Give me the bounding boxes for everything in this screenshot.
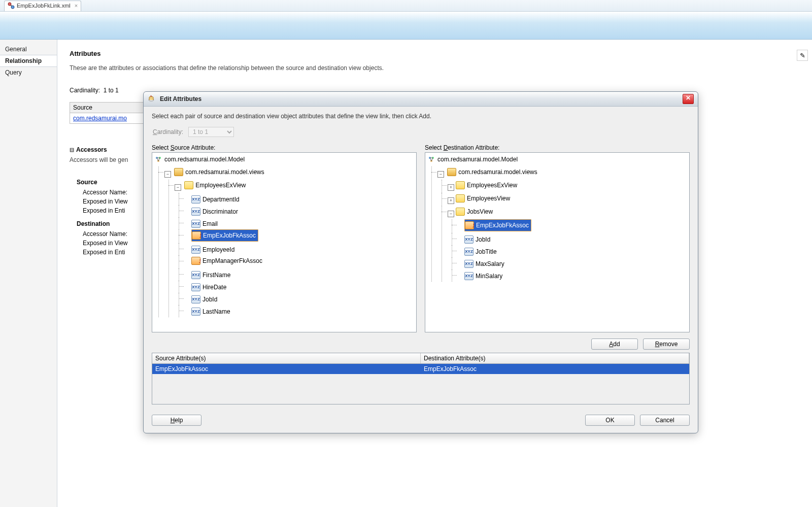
- svg-line-2: [11, 5, 12, 6]
- tree-attr[interactable]: XYZLastName: [191, 306, 232, 317]
- tree-node-label: com.redsamurai.model.views: [458, 166, 537, 178]
- source-tree-caption: Select Source Attribute:: [152, 144, 417, 151]
- tree-node-label: JobsView: [467, 206, 493, 217]
- assoc-icon: [192, 231, 201, 240]
- tree-node-label: EmpManagerFkAssoc: [202, 255, 262, 266]
- tree-model-root[interactable]: com.redsamurai.model.Model: [427, 154, 520, 165]
- attr-icon: XYZ: [191, 195, 200, 204]
- attr-icon: XYZ: [464, 260, 473, 268]
- ok-button[interactable]: OK: [585, 415, 635, 426]
- source-attr-column-header: Source Attribute(s): [152, 353, 421, 363]
- dialog-title: Edit Attributes: [160, 95, 201, 103]
- tree-attr[interactable]: XYZDiscriminator: [191, 206, 240, 217]
- attr-icon: XYZ: [464, 248, 473, 256]
- side-tab-query[interactable]: Query: [0, 67, 57, 78]
- model-icon: [427, 156, 435, 163]
- close-tab-icon[interactable]: ×: [75, 3, 78, 9]
- tree-view[interactable]: EmployeesExView: [456, 180, 519, 191]
- view-icon: [456, 208, 465, 216]
- tree-node-label: JobId: [202, 294, 217, 305]
- tree-model-root[interactable]: com.redsamurai.model.Model: [154, 154, 247, 165]
- dialog-cardinality-label: Cardinality:: [153, 128, 183, 136]
- expand-toggle[interactable]: −: [164, 171, 171, 178]
- tree-node-label: DepartmentId: [202, 194, 240, 205]
- toolbar-band: [0, 12, 812, 40]
- cardinality-select[interactable]: 1 to 1: [188, 127, 234, 137]
- tree-node-label: LastName: [202, 306, 230, 317]
- tree-node-label: EmployeesExView: [195, 180, 246, 191]
- source-view-link[interactable]: com.redsamurai.mo: [73, 115, 127, 122]
- tree-package[interactable]: com.redsamurai.model.views: [174, 166, 266, 178]
- tree-node-label: JobTitle: [476, 246, 497, 257]
- package-icon: [174, 168, 183, 176]
- tree-attr[interactable]: EmpExJobFkAssoc: [191, 229, 258, 242]
- tree-node-label: Discriminator: [202, 206, 238, 217]
- tree-node-label: com.redsamurai.model.views: [185, 166, 264, 178]
- dest-tree-caption: Select Destination Attribute:: [425, 144, 690, 151]
- tree-attr[interactable]: XYZEmployeeId: [191, 244, 236, 255]
- tree-node-label: MaxSalary: [476, 258, 504, 269]
- tree-package[interactable]: com.redsamurai.model.views: [447, 166, 539, 178]
- edit-attributes-button[interactable]: ✎: [797, 50, 808, 61]
- tree-attr[interactable]: XYZMinSalary: [464, 271, 504, 282]
- source-attribute-tree[interactable]: com.redsamurai.model.Model − com.redsamu…: [152, 152, 417, 332]
- dialog-close-button[interactable]: ✕: [683, 94, 694, 104]
- expand-toggle[interactable]: +: [448, 197, 454, 204]
- tree-attr[interactable]: XYZFirstName: [191, 269, 232, 281]
- assoc-icon: [191, 257, 200, 265]
- tree-attr[interactable]: XYZJobTitle: [464, 246, 499, 257]
- help-button[interactable]: Help: [152, 415, 201, 426]
- section-desc: These are the attributes or associations…: [70, 64, 800, 72]
- attr-icon: XYZ: [191, 283, 200, 291]
- remove-button[interactable]: Remove: [643, 339, 690, 350]
- dest-attribute-tree[interactable]: com.redsamurai.model.Model − com.redsamu…: [425, 152, 690, 332]
- tree-attr[interactable]: EmpManagerFkAssoc: [191, 255, 264, 266]
- expand-toggle[interactable]: −: [175, 184, 181, 191]
- tree-node-label: FirstName: [202, 269, 230, 281]
- file-tab-label: EmpExJobFkLink.xml: [17, 3, 71, 9]
- tree-view[interactable]: EmployeesView: [456, 193, 512, 204]
- tree-node-label: HireDate: [202, 282, 226, 293]
- attribute-pair-table[interactable]: Source Attribute(s) Destination Attribut…: [152, 353, 690, 404]
- file-tab[interactable]: EmpExJobFkLink.xml ×: [4, 1, 81, 11]
- viewlink-icon: [8, 2, 15, 9]
- attribute-pair-row[interactable]: EmpExJobFkAssoc EmpExJobFkAssoc: [152, 364, 689, 374]
- tree-view[interactable]: EmployeesExView: [184, 180, 248, 191]
- attr-icon: XYZ: [191, 208, 200, 216]
- dialog-titlebar[interactable]: Edit Attributes ✕: [144, 92, 698, 107]
- attr-icon: XYZ: [191, 246, 200, 254]
- tree-attr[interactable]: XYZDepartmentId: [191, 194, 242, 205]
- dest-attr-cell: EmpExJobFkAssoc: [421, 364, 689, 374]
- side-tab-general[interactable]: General: [0, 44, 57, 55]
- add-button[interactable]: Add: [591, 339, 638, 350]
- tree-attr[interactable]: XYZMaxSalary: [464, 258, 506, 269]
- cardinality-value: 1 to 1: [104, 87, 119, 94]
- view-icon: [456, 194, 465, 202]
- tree-attr[interactable]: XYZJobId: [464, 234, 492, 245]
- tree-node-label: EmployeesExView: [467, 180, 517, 191]
- dialog-instruction: Select each pair of source and destinati…: [152, 113, 690, 120]
- tree-attr[interactable]: XYZEmail: [191, 218, 220, 229]
- view-icon: [456, 181, 465, 189]
- assoc-icon: [465, 221, 474, 229]
- expand-toggle[interactable]: +: [448, 184, 454, 191]
- tree-attr[interactable]: XYZHireDate: [191, 282, 228, 293]
- attr-icon: XYZ: [464, 272, 473, 280]
- side-tab-relationship[interactable]: Relationship: [0, 55, 57, 67]
- editor-side-tabs: General Relationship Query: [0, 40, 57, 507]
- tree-node-label: EmpExJobFkAssoc: [476, 220, 529, 231]
- tree-node-label: EmpExJobFkAssoc: [203, 230, 256, 241]
- expand-toggle[interactable]: −: [448, 211, 454, 217]
- expand-toggle[interactable]: −: [437, 171, 444, 178]
- cardinality-label: Cardinality:: [70, 87, 100, 94]
- tree-attr[interactable]: EmpExJobFkAssoc: [464, 219, 531, 231]
- tree-node-label: EmployeeId: [202, 244, 234, 255]
- tree-view[interactable]: JobsView: [456, 206, 495, 217]
- tree-attr[interactable]: XYZJobId: [191, 294, 219, 305]
- cancel-button[interactable]: Cancel: [640, 415, 690, 426]
- source-attr-cell: EmpExJobFkAssoc: [152, 364, 421, 374]
- attr-icon: XYZ: [191, 308, 200, 316]
- tree-node-label: MinSalary: [476, 271, 502, 282]
- attr-icon: XYZ: [191, 271, 200, 279]
- tree-node-label: JobId: [476, 234, 490, 245]
